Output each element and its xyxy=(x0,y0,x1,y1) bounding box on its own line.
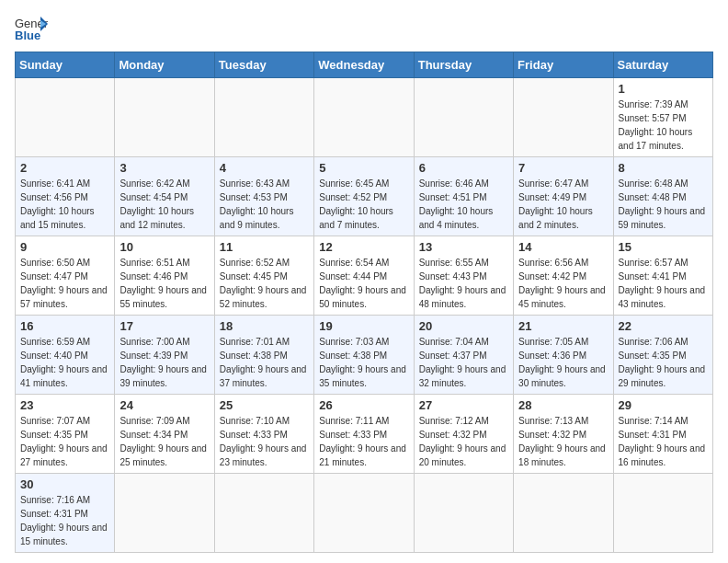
day-of-week-header: Monday xyxy=(115,52,214,78)
day-info: Sunrise: 6:52 AM Sunset: 4:45 PM Dayligh… xyxy=(220,256,309,311)
calendar-cell xyxy=(414,474,513,553)
day-of-week-header: Wednesday xyxy=(314,52,414,78)
calendar-cell: 19Sunrise: 7:03 AM Sunset: 4:38 PM Dayli… xyxy=(314,316,414,395)
calendar-cell: 23Sunrise: 7:07 AM Sunset: 4:35 PM Dayli… xyxy=(16,395,115,474)
day-number: 19 xyxy=(319,319,408,333)
calendar-week-row: 2Sunrise: 6:41 AM Sunset: 4:56 PM Daylig… xyxy=(16,157,713,236)
day-info: Sunrise: 7:13 AM Sunset: 4:32 PM Dayligh… xyxy=(518,414,608,469)
day-of-week-header: Tuesday xyxy=(214,52,313,78)
day-number: 30 xyxy=(20,477,109,491)
day-info: Sunrise: 7:01 AM Sunset: 4:38 PM Dayligh… xyxy=(220,335,309,390)
day-info: Sunrise: 7:04 AM Sunset: 4:37 PM Dayligh… xyxy=(419,335,508,390)
day-number: 5 xyxy=(319,161,408,175)
day-number: 7 xyxy=(518,161,608,175)
day-info: Sunrise: 7:11 AM Sunset: 4:33 PM Dayligh… xyxy=(319,414,408,469)
day-info: Sunrise: 7:00 AM Sunset: 4:39 PM Dayligh… xyxy=(119,335,209,390)
day-info: Sunrise: 6:46 AM Sunset: 4:51 PM Dayligh… xyxy=(419,177,508,232)
day-number: 9 xyxy=(20,240,109,254)
calendar-cell: 3Sunrise: 6:42 AM Sunset: 4:54 PM Daylig… xyxy=(115,157,214,236)
day-info: Sunrise: 6:54 AM Sunset: 4:44 PM Dayligh… xyxy=(319,256,408,311)
day-info: Sunrise: 6:57 AM Sunset: 4:41 PM Dayligh… xyxy=(619,256,708,311)
day-number: 14 xyxy=(518,240,608,254)
calendar-header-row: SundayMondayTuesdayWednesdayThursdayFrid… xyxy=(16,52,713,78)
calendar-cell: 7Sunrise: 6:47 AM Sunset: 4:49 PM Daylig… xyxy=(514,157,613,236)
day-number: 24 xyxy=(119,398,209,412)
day-info: Sunrise: 7:16 AM Sunset: 4:31 PM Dayligh… xyxy=(20,493,109,548)
calendar-cell: 21Sunrise: 7:05 AM Sunset: 4:36 PM Dayli… xyxy=(514,316,613,395)
calendar-cell: 28Sunrise: 7:13 AM Sunset: 4:32 PM Dayli… xyxy=(514,395,613,474)
calendar-cell: 2Sunrise: 6:41 AM Sunset: 4:56 PM Daylig… xyxy=(16,157,115,236)
day-number: 27 xyxy=(419,398,508,412)
day-number: 18 xyxy=(220,319,309,333)
day-of-week-header: Friday xyxy=(514,52,613,78)
day-info: Sunrise: 6:48 AM Sunset: 4:48 PM Dayligh… xyxy=(619,177,708,232)
day-number: 13 xyxy=(419,240,508,254)
calendar-cell: 15Sunrise: 6:57 AM Sunset: 4:41 PM Dayli… xyxy=(613,236,712,316)
calendar-cell xyxy=(613,474,712,553)
day-number: 23 xyxy=(20,398,109,412)
day-info: Sunrise: 7:09 AM Sunset: 4:34 PM Dayligh… xyxy=(119,414,209,469)
day-info: Sunrise: 7:05 AM Sunset: 4:36 PM Dayligh… xyxy=(518,335,608,390)
calendar-week-row: 30Sunrise: 7:16 AM Sunset: 4:31 PM Dayli… xyxy=(16,474,713,553)
day-of-week-header: Thursday xyxy=(414,52,513,78)
calendar-cell: 22Sunrise: 7:06 AM Sunset: 4:35 PM Dayli… xyxy=(613,316,712,395)
calendar-cell: 27Sunrise: 7:12 AM Sunset: 4:32 PM Dayli… xyxy=(414,395,513,474)
calendar-cell: 17Sunrise: 7:00 AM Sunset: 4:39 PM Dayli… xyxy=(115,316,214,395)
calendar-week-row: 16Sunrise: 6:59 AM Sunset: 4:40 PM Dayli… xyxy=(16,316,713,395)
calendar-cell xyxy=(16,78,115,157)
calendar-cell: 11Sunrise: 6:52 AM Sunset: 4:45 PM Dayli… xyxy=(214,236,313,316)
day-info: Sunrise: 7:07 AM Sunset: 4:35 PM Dayligh… xyxy=(20,414,109,469)
day-number: 21 xyxy=(518,319,608,333)
calendar-cell xyxy=(314,474,414,553)
day-of-week-header: Sunday xyxy=(16,52,115,78)
day-number: 20 xyxy=(419,319,508,333)
day-number: 26 xyxy=(319,398,408,412)
calendar-cell xyxy=(514,474,613,553)
day-info: Sunrise: 6:59 AM Sunset: 4:40 PM Dayligh… xyxy=(20,335,109,390)
day-number: 25 xyxy=(220,398,309,412)
day-number: 29 xyxy=(619,398,708,412)
day-info: Sunrise: 6:41 AM Sunset: 4:56 PM Dayligh… xyxy=(20,177,109,232)
day-info: Sunrise: 6:55 AM Sunset: 4:43 PM Dayligh… xyxy=(419,256,508,311)
day-number: 10 xyxy=(119,240,209,254)
day-info: Sunrise: 6:50 AM Sunset: 4:47 PM Dayligh… xyxy=(20,256,109,311)
page-header: General Blue xyxy=(15,15,713,40)
calendar-cell xyxy=(414,78,513,157)
day-info: Sunrise: 7:10 AM Sunset: 4:33 PM Dayligh… xyxy=(220,414,309,469)
day-info: Sunrise: 6:51 AM Sunset: 4:46 PM Dayligh… xyxy=(119,256,209,311)
calendar-cell xyxy=(115,474,214,553)
logo: General Blue xyxy=(15,15,51,40)
day-info: Sunrise: 7:39 AM Sunset: 5:57 PM Dayligh… xyxy=(619,98,708,153)
day-number: 16 xyxy=(20,319,109,333)
day-info: Sunrise: 6:45 AM Sunset: 4:52 PM Dayligh… xyxy=(319,177,408,232)
day-number: 3 xyxy=(119,161,209,175)
calendar-cell: 10Sunrise: 6:51 AM Sunset: 4:46 PM Dayli… xyxy=(115,236,214,316)
calendar-cell xyxy=(115,78,214,157)
calendar-table: SundayMondayTuesdayWednesdayThursdayFrid… xyxy=(15,52,713,553)
calendar-cell: 26Sunrise: 7:11 AM Sunset: 4:33 PM Dayli… xyxy=(314,395,414,474)
logo-icon: General Blue xyxy=(15,15,48,40)
calendar-cell: 13Sunrise: 6:55 AM Sunset: 4:43 PM Dayli… xyxy=(414,236,513,316)
calendar-week-row: 23Sunrise: 7:07 AM Sunset: 4:35 PM Dayli… xyxy=(16,395,713,474)
calendar-cell: 12Sunrise: 6:54 AM Sunset: 4:44 PM Dayli… xyxy=(314,236,414,316)
calendar-cell: 5Sunrise: 6:45 AM Sunset: 4:52 PM Daylig… xyxy=(314,157,414,236)
svg-text:Blue: Blue xyxy=(15,29,40,40)
day-number: 4 xyxy=(220,161,309,175)
day-info: Sunrise: 7:03 AM Sunset: 4:38 PM Dayligh… xyxy=(319,335,408,390)
day-number: 11 xyxy=(220,240,309,254)
calendar-cell: 18Sunrise: 7:01 AM Sunset: 4:38 PM Dayli… xyxy=(214,316,313,395)
calendar-cell xyxy=(514,78,613,157)
day-info: Sunrise: 6:56 AM Sunset: 4:42 PM Dayligh… xyxy=(518,256,608,311)
calendar-cell xyxy=(314,78,414,157)
calendar-cell xyxy=(214,474,313,553)
day-number: 12 xyxy=(319,240,408,254)
day-info: Sunrise: 6:42 AM Sunset: 4:54 PM Dayligh… xyxy=(119,177,209,232)
day-number: 6 xyxy=(419,161,508,175)
calendar-cell: 8Sunrise: 6:48 AM Sunset: 4:48 PM Daylig… xyxy=(613,157,712,236)
day-number: 8 xyxy=(619,161,708,175)
calendar-cell: 1Sunrise: 7:39 AM Sunset: 5:57 PM Daylig… xyxy=(613,78,712,157)
calendar-week-row: 9Sunrise: 6:50 AM Sunset: 4:47 PM Daylig… xyxy=(16,236,713,316)
day-number: 2 xyxy=(20,161,109,175)
calendar-cell: 14Sunrise: 6:56 AM Sunset: 4:42 PM Dayli… xyxy=(514,236,613,316)
calendar-cell: 6Sunrise: 6:46 AM Sunset: 4:51 PM Daylig… xyxy=(414,157,513,236)
